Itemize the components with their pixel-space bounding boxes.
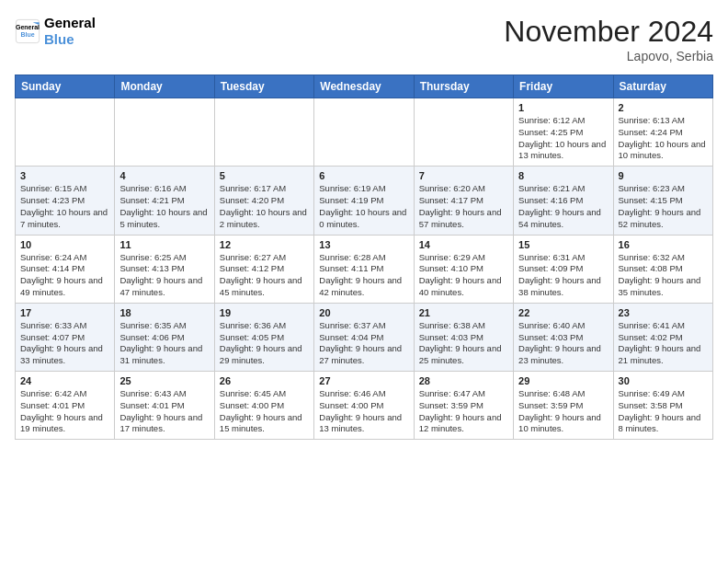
col-thursday: Thursday	[414, 75, 513, 98]
calendar-cell: 19Sunrise: 6:36 AM Sunset: 4:05 PM Dayli…	[214, 303, 313, 371]
day-info: Sunrise: 6:41 AM Sunset: 4:02 PM Dayligh…	[619, 320, 708, 367]
day-info: Sunrise: 6:32 AM Sunset: 4:08 PM Dayligh…	[619, 252, 708, 299]
day-info: Sunrise: 6:35 AM Sunset: 4:06 PM Dayligh…	[119, 320, 209, 367]
col-monday: Monday	[115, 75, 214, 98]
calendar-cell: 26Sunrise: 6:45 AM Sunset: 4:00 PM Dayli…	[214, 372, 313, 440]
day-number: 8	[518, 170, 608, 181]
day-info: Sunrise: 6:47 AM Sunset: 3:59 PM Dayligh…	[419, 388, 508, 435]
calendar-cell: 25Sunrise: 6:43 AM Sunset: 4:01 PM Dayli…	[115, 372, 214, 440]
day-info: Sunrise: 6:24 AM Sunset: 4:14 PM Dayligh…	[20, 252, 109, 299]
calendar-cell: 8Sunrise: 6:21 AM Sunset: 4:16 PM Daylig…	[514, 167, 613, 235]
day-number: 28	[419, 375, 508, 386]
day-number: 23	[619, 307, 708, 318]
calendar-cell: 17Sunrise: 6:33 AM Sunset: 4:07 PM Dayli…	[16, 303, 115, 371]
day-number: 12	[220, 239, 309, 250]
day-number: 20	[319, 307, 408, 318]
day-number: 2	[619, 102, 708, 113]
calendar-cell: 28Sunrise: 6:47 AM Sunset: 3:59 PM Dayli…	[414, 372, 513, 440]
calendar-cell: 23Sunrise: 6:41 AM Sunset: 4:02 PM Dayli…	[613, 303, 712, 371]
day-number: 7	[419, 170, 508, 181]
day-number: 9	[619, 170, 708, 181]
col-wednesday: Wednesday	[314, 75, 414, 98]
calendar-table: Sunday Monday Tuesday Wednesday Thursday…	[15, 75, 713, 440]
calendar-cell: 13Sunrise: 6:28 AM Sunset: 4:11 PM Dayli…	[314, 235, 414, 303]
calendar-cell: 3Sunrise: 6:15 AM Sunset: 4:23 PM Daylig…	[16, 167, 115, 235]
calendar-cell: 16Sunrise: 6:32 AM Sunset: 4:08 PM Dayli…	[613, 235, 712, 303]
calendar-cell: 27Sunrise: 6:46 AM Sunset: 4:00 PM Dayli…	[314, 372, 414, 440]
day-number: 27	[319, 375, 408, 386]
calendar-row-2: 10Sunrise: 6:24 AM Sunset: 4:14 PM Dayli…	[16, 235, 713, 303]
svg-text:General: General	[16, 24, 40, 30]
col-sunday: Sunday	[16, 75, 115, 98]
logo-blue: Blue	[44, 31, 96, 48]
calendar-header-row: Sunday Monday Tuesday Wednesday Thursday…	[16, 75, 713, 98]
day-info: Sunrise: 6:23 AM Sunset: 4:15 PM Dayligh…	[619, 183, 708, 230]
calendar-cell	[214, 98, 313, 167]
logo: General Blue General Blue	[15, 15, 96, 48]
calendar-cell: 1Sunrise: 6:12 AM Sunset: 4:25 PM Daylig…	[514, 98, 613, 167]
calendar-cell: 4Sunrise: 6:16 AM Sunset: 4:21 PM Daylig…	[115, 167, 214, 235]
location: Lapovo, Serbia	[504, 49, 713, 63]
col-tuesday: Tuesday	[214, 75, 313, 98]
day-info: Sunrise: 6:48 AM Sunset: 3:59 PM Dayligh…	[518, 388, 608, 435]
day-number: 22	[518, 307, 608, 318]
day-number: 10	[20, 239, 109, 250]
calendar-cell: 12Sunrise: 6:27 AM Sunset: 4:12 PM Dayli…	[214, 235, 313, 303]
calendar-cell: 2Sunrise: 6:13 AM Sunset: 4:24 PM Daylig…	[613, 98, 712, 167]
calendar-cell: 29Sunrise: 6:48 AM Sunset: 3:59 PM Dayli…	[514, 372, 613, 440]
calendar-cell: 15Sunrise: 6:31 AM Sunset: 4:09 PM Dayli…	[514, 235, 613, 303]
day-number: 17	[20, 307, 109, 318]
day-number: 6	[319, 170, 408, 181]
day-info: Sunrise: 6:28 AM Sunset: 4:11 PM Dayligh…	[319, 252, 408, 299]
calendar-cell: 7Sunrise: 6:20 AM Sunset: 4:17 PM Daylig…	[414, 167, 513, 235]
day-number: 1	[518, 102, 608, 113]
day-info: Sunrise: 6:31 AM Sunset: 4:09 PM Dayligh…	[518, 252, 608, 299]
day-info: Sunrise: 6:12 AM Sunset: 4:25 PM Dayligh…	[518, 115, 608, 162]
calendar-cell	[16, 98, 115, 167]
col-friday: Friday	[514, 75, 613, 98]
col-saturday: Saturday	[613, 75, 712, 98]
logo-general: General	[44, 15, 96, 31]
day-info: Sunrise: 6:40 AM Sunset: 4:03 PM Dayligh…	[518, 320, 608, 367]
day-number: 14	[419, 239, 508, 250]
day-info: Sunrise: 6:42 AM Sunset: 4:01 PM Dayligh…	[20, 388, 109, 435]
day-info: Sunrise: 6:25 AM Sunset: 4:13 PM Dayligh…	[119, 252, 209, 299]
day-number: 29	[518, 375, 608, 386]
day-number: 25	[119, 375, 209, 386]
calendar-row-0: 1Sunrise: 6:12 AM Sunset: 4:25 PM Daylig…	[16, 98, 713, 167]
calendar-cell: 5Sunrise: 6:17 AM Sunset: 4:20 PM Daylig…	[214, 167, 313, 235]
day-info: Sunrise: 6:17 AM Sunset: 4:20 PM Dayligh…	[220, 183, 309, 230]
day-number: 26	[220, 375, 309, 386]
day-info: Sunrise: 6:20 AM Sunset: 4:17 PM Dayligh…	[419, 183, 508, 230]
day-number: 3	[20, 170, 109, 181]
calendar-cell	[115, 98, 214, 167]
day-info: Sunrise: 6:33 AM Sunset: 4:07 PM Dayligh…	[20, 320, 109, 367]
calendar-cell	[414, 98, 513, 167]
calendar-cell: 11Sunrise: 6:25 AM Sunset: 4:13 PM Dayli…	[115, 235, 214, 303]
page-header: General Blue General Blue November 2024 …	[15, 15, 713, 63]
calendar-row-4: 24Sunrise: 6:42 AM Sunset: 4:01 PM Dayli…	[16, 372, 713, 440]
day-info: Sunrise: 6:49 AM Sunset: 3:58 PM Dayligh…	[619, 388, 708, 435]
day-number: 16	[619, 239, 708, 250]
calendar-cell: 10Sunrise: 6:24 AM Sunset: 4:14 PM Dayli…	[16, 235, 115, 303]
calendar-cell: 21Sunrise: 6:38 AM Sunset: 4:03 PM Dayli…	[414, 303, 513, 371]
day-info: Sunrise: 6:37 AM Sunset: 4:04 PM Dayligh…	[319, 320, 408, 367]
day-number: 11	[119, 239, 209, 250]
svg-text:Blue: Blue	[20, 31, 34, 38]
day-info: Sunrise: 6:38 AM Sunset: 4:03 PM Dayligh…	[419, 320, 508, 367]
logo-icon: General Blue	[15, 18, 40, 44]
day-info: Sunrise: 6:43 AM Sunset: 4:01 PM Dayligh…	[119, 388, 209, 435]
calendar-cell: 24Sunrise: 6:42 AM Sunset: 4:01 PM Dayli…	[16, 372, 115, 440]
day-number: 30	[619, 375, 708, 386]
day-number: 21	[419, 307, 508, 318]
day-info: Sunrise: 6:29 AM Sunset: 4:10 PM Dayligh…	[419, 252, 508, 299]
calendar-cell: 14Sunrise: 6:29 AM Sunset: 4:10 PM Dayli…	[414, 235, 513, 303]
day-info: Sunrise: 6:46 AM Sunset: 4:00 PM Dayligh…	[319, 388, 408, 435]
day-number: 15	[518, 239, 608, 250]
day-number: 4	[119, 170, 209, 181]
calendar-cell	[314, 98, 414, 167]
day-info: Sunrise: 6:19 AM Sunset: 4:19 PM Dayligh…	[319, 183, 408, 230]
calendar-cell: 9Sunrise: 6:23 AM Sunset: 4:15 PM Daylig…	[613, 167, 712, 235]
day-number: 5	[220, 170, 309, 181]
calendar-cell: 18Sunrise: 6:35 AM Sunset: 4:06 PM Dayli…	[115, 303, 214, 371]
